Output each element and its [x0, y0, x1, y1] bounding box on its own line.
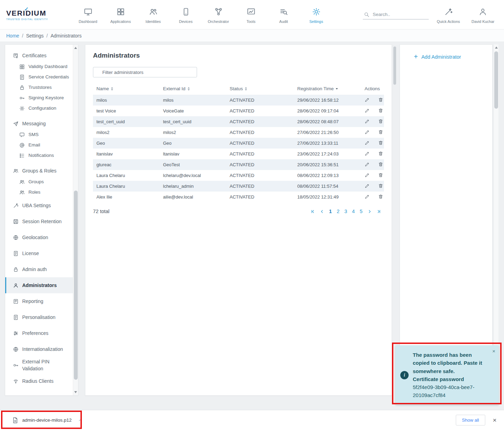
toast-password: 5f2f4e09-3b09-40ca-bee7-20109ac7cf84 [413, 383, 486, 399]
column-header-name[interactable]: Name [93, 83, 160, 95]
column-header-external-id[interactable]: External Id [160, 83, 226, 95]
download-item[interactable]: admin-device-milos.p12 [8, 414, 86, 427]
filter-input[interactable] [93, 67, 197, 77]
sidebar-item-groups[interactable]: Groups [5, 177, 74, 187]
scroll-up-icon[interactable] [74, 47, 77, 49]
edit-button[interactable] [365, 119, 370, 124]
pagination: 12345 [310, 209, 381, 214]
pencil-icon [365, 129, 370, 135]
page-2-button[interactable]: 2 [337, 209, 340, 214]
sidebar-item-service-credentials[interactable]: Service Credentials [5, 72, 74, 82]
quick-actions-button[interactable]: Quick Actions [434, 6, 463, 24]
edit-button[interactable] [365, 140, 370, 145]
edit-button[interactable] [365, 172, 370, 178]
delete-button[interactable] [378, 97, 383, 102]
cell-actions [361, 149, 384, 159]
delete-button[interactable] [378, 108, 383, 113]
sidebar-item-configuration[interactable]: Configuration [5, 103, 74, 113]
scrollbar-thumb[interactable] [494, 51, 498, 109]
edit-button[interactable] [365, 129, 370, 135]
show-all-button[interactable]: Show all [456, 415, 485, 425]
sidebar-item-truststores[interactable]: Truststores [5, 82, 74, 93]
page-prev-button[interactable] [320, 209, 324, 214]
edit-button[interactable] [365, 194, 370, 199]
trash-icon [378, 108, 383, 113]
sidebar-item-administrators[interactable]: Administrators [5, 277, 74, 293]
delete-button[interactable] [378, 140, 383, 145]
scroll-up-icon[interactable] [495, 47, 498, 49]
nav-item-orchestrator[interactable]: Orchestrator [203, 6, 234, 24]
edit-button[interactable] [365, 108, 370, 113]
trash-icon [378, 119, 383, 124]
sidebar-item-personalisation[interactable]: Personalisation [5, 309, 74, 325]
page-next-button[interactable] [367, 209, 372, 214]
nav-item-tools[interactable]: Tools [236, 6, 266, 24]
sidebar-item-geolocation[interactable]: Geolocation [5, 229, 74, 245]
nav-item-devices[interactable]: Devices [171, 6, 201, 24]
nav-item-settings[interactable]: Settings [301, 6, 332, 24]
sidebar-item-admin-auth[interactable]: Admin auth [5, 261, 74, 277]
delete-button[interactable] [378, 183, 383, 188]
page-3-button[interactable]: 3 [344, 209, 347, 214]
page-1-button[interactable]: 1 [329, 209, 332, 214]
scrollbar-thumb[interactable] [74, 191, 78, 380]
page-4-button[interactable]: 4 [352, 209, 355, 214]
add-administrator-button[interactable]: + Add Administrator [414, 54, 492, 60]
cell-registration-time: 23/06/2022 17:24:03 [294, 149, 361, 159]
delete-button[interactable] [378, 119, 383, 124]
page-last-button[interactable] [377, 209, 381, 214]
scroll-down-icon[interactable] [74, 391, 77, 393]
main-scrollbar[interactable] [393, 44, 396, 396]
close-icon[interactable]: × [491, 416, 498, 424]
sidebar-scrollbar[interactable] [73, 45, 78, 395]
page-title: Administrators [93, 52, 384, 59]
delete-button[interactable] [378, 129, 383, 135]
sidebar-item-roles[interactable]: Roles [5, 187, 74, 197]
column-header-status[interactable]: Status [226, 83, 294, 95]
edit-button[interactable] [365, 97, 370, 102]
nav-item-applications[interactable]: Applications [105, 6, 136, 24]
nav-item-audit[interactable]: Audit [268, 6, 299, 24]
signing-keystore-icon [19, 95, 25, 101]
sidebar-item-license[interactable]: License [5, 245, 74, 261]
nav-item-dashboard[interactable]: Dashboard [73, 6, 103, 24]
search-input[interactable] [373, 12, 425, 17]
delete-button[interactable] [378, 151, 383, 156]
table-row: ltanislav ltanislav ACTIVATED 23/06/2022… [93, 149, 384, 159]
chevron-up-icon[interactable] [78, 418, 82, 422]
page-5-button[interactable]: 5 [360, 209, 362, 214]
nav-item-identities[interactable]: Identities [138, 6, 169, 24]
sidebar-item-signing-keystore[interactable]: Signing Keystore [5, 93, 74, 103]
sidebar-item-validity-dashboard[interactable]: Validity Dashboard [5, 61, 74, 72]
sidebar-item-radius-clients[interactable]: Radius Clients [5, 373, 74, 389]
right-scrollbar[interactable] [494, 44, 498, 396]
sidebar-item-groups-roles[interactable]: Groups & Roles [5, 165, 74, 177]
sidebar-item-preferences[interactable]: Preferences [5, 325, 74, 341]
column-header-registration-time[interactable]: Registration Time [294, 83, 361, 95]
sidebar-item-session-retention[interactable]: Session Retention [5, 213, 74, 229]
preferences-icon [13, 330, 19, 336]
toast-message: The password has been copied to clipboar… [413, 351, 486, 375]
close-icon[interactable]: × [492, 348, 495, 354]
sidebar-item-sms[interactable]: SMS [5, 129, 74, 140]
breadcrumb-home[interactable]: Home [6, 33, 19, 39]
logo[interactable]: VERIDIUM ✓ TRUSTED DIGITAL IDENTITY [6, 9, 62, 20]
scrollbar-thumb[interactable] [393, 47, 396, 85]
sidebar-item-internationalization[interactable]: Internationalization [5, 341, 74, 357]
sidebar-item-notifications[interactable]: Notifications [5, 150, 74, 161]
edit-button[interactable] [365, 151, 370, 156]
edit-button[interactable] [365, 162, 370, 167]
sidebar-item-uba-settings[interactable]: UBA Settings [5, 197, 74, 213]
page-first-button[interactable] [310, 209, 315, 214]
sidebar-item-email[interactable]: Email [5, 140, 74, 150]
sidebar-item-certificates[interactable]: Certificates [5, 50, 74, 61]
delete-button[interactable] [378, 172, 383, 178]
edit-button[interactable] [365, 183, 370, 188]
delete-button[interactable] [378, 194, 383, 199]
sidebar-item-reporting[interactable]: Reporting [5, 293, 74, 309]
user-menu[interactable]: David Kuchar [468, 6, 498, 24]
delete-button[interactable] [378, 162, 383, 167]
trash-icon [378, 162, 383, 167]
sidebar-item-external-pin-validation[interactable]: External PIN Validation [5, 357, 74, 373]
sidebar-item-messaging[interactable]: Messaging [5, 118, 74, 129]
